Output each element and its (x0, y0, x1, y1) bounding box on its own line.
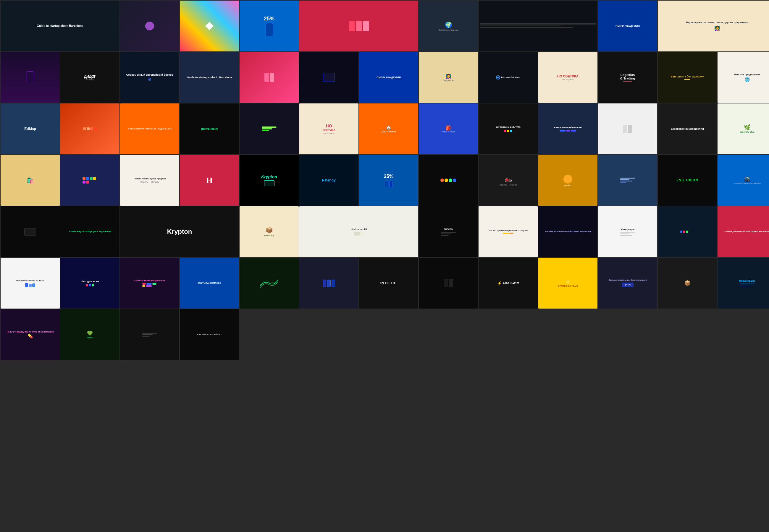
tile-pmef-2[interactable]: ПМЭФ АКАДЕМИЯ (359, 52, 418, 103)
tile-waves[interactable] (239, 258, 299, 309)
tile-histoscan[interactable]: Histoscan UI (299, 206, 418, 257)
tile-b2b[interactable]: B2B оплата без задержек (658, 52, 717, 103)
tile-world-map[interactable]: 🌍 Свяжите сотрудника (419, 1, 478, 51)
tile-dark-device[interactable] (1, 206, 60, 257)
tile-plastyr[interactable]: Получите скидку при покупке от 2 пластыр… (1, 309, 60, 360)
tile-charge[interactable]: A new way to charge your equipment (60, 206, 119, 257)
tile-organizer[interactable]: организуем всё, ТЖК (479, 103, 538, 154)
tile-app-beige[interactable] (419, 258, 478, 309)
tile-purple-app[interactable] (1, 52, 60, 103)
tile-greenify-bag[interactable]: 🛍️ (1, 155, 60, 206)
tile-hendy-label: hendy (325, 178, 335, 182)
tile-teacher[interactable]: 👩‍🏫 Видеоуроки (419, 52, 478, 103)
tile-neon-ui[interactable] (239, 103, 299, 154)
tile-dark-product[interactable]: 📦 (658, 258, 717, 309)
tile-invoicebox[interactable]: ИнвайсБокс (718, 258, 769, 309)
tile-subtext: Свяжите сотрудника (439, 29, 459, 31)
tile-red-grad[interactable] (60, 103, 119, 154)
tile-dark-app[interactable] (299, 258, 358, 309)
tile-analysis[interactable] (598, 155, 657, 206)
tile-dom-znany[interactable]: 🏠 Дом Знаний (359, 103, 418, 154)
tile-kp[interactable]: Ключевая проблема PR (538, 103, 598, 154)
tile-pmef[interactable]: ПМЭФ АКАДЕМИЯ (598, 1, 657, 51)
tile-hendy[interactable]: hendy (299, 155, 358, 206)
tile-organizer-label: организуем всё, ТЖК (496, 126, 520, 129)
tile-nutri[interactable]: 💚 NUTRI (60, 309, 119, 360)
tile-startup-clubs[interactable]: Guide to startup clubs Barcelona (1, 1, 119, 51)
tile-didog-label: ДИДОГ (84, 74, 96, 79)
tile-scrum-label: Мы работаем по SCRUM (16, 279, 45, 282)
tile-phones[interactable] (598, 103, 657, 154)
tile-greenify-plus[interactable]: 🌿 greenify plus (718, 103, 769, 154)
tile-red-app[interactable] (239, 52, 299, 103)
tile-svetika-lg[interactable]: НО СВЕТИКА мастерская (299, 103, 358, 154)
tile-logistics[interactable]: Logistics& Trading (598, 52, 657, 103)
tile-pomogi[interactable]: Помоги понять лучше продажи Пишите — обс… (120, 155, 179, 206)
tile-propose[interactable]: Что мы предлагаем 🌐 (718, 52, 769, 103)
tile-how-find[interactable]: Как можно их найти? (180, 309, 239, 360)
tile-25-phones[interactable]: 25% (359, 155, 418, 206)
tile-krypton-text-label: Krypton (167, 228, 192, 236)
tile-svetika[interactable]: НО СВЕТИКА мастерская (538, 52, 598, 103)
tile-logistics-label: Logistics& Trading (620, 73, 635, 80)
tile-svetika-label: НО СВЕТИКА (557, 74, 579, 78)
tile-arsenal[interactable]: Арсенал наших инструментов (120, 258, 179, 309)
tile-gold-product[interactable]: product (538, 155, 598, 206)
tile-greenify-box[interactable]: 📦 Greenify (239, 206, 299, 257)
tile-analytics-min[interactable] (120, 309, 179, 360)
tile-excellence[interactable]: Excellence in Engineering (658, 103, 717, 154)
tile-label: Guide to startup clubs Barcelona (37, 24, 83, 28)
tile-evil-union[interactable]: EVIL UNION (658, 155, 717, 206)
tile-25-label: 25% (384, 173, 394, 179)
tile-country-red[interactable]: Узнайте, на жителя какой страны вы похож… (718, 206, 769, 257)
tile-greenify-label: greenify plus (740, 131, 755, 134)
tile-25-percent[interactable]: 25% (239, 1, 299, 51)
tile-ska-label: СКА SWIM (503, 281, 519, 285)
tile-geometric[interactable] (180, 1, 239, 51)
gallery-grid: Guide to startup clubs Barcelona 25% (0, 0, 769, 361)
tile-stardogs[interactable]: 🌟 STARDOGS PLUS (538, 258, 598, 309)
tile-charge-label: A new way to charge your equipment (69, 230, 111, 233)
tile-abstract-1[interactable] (120, 1, 179, 51)
tile-decision[interactable]: Тех, кто принимает решение о покупке (479, 206, 538, 257)
tile-city-night[interactable]: 🌃 площадь Киевского вокзала (718, 155, 769, 206)
tile-evil-label: EVIL UNION (677, 178, 698, 182)
tile-wave-tools[interactable]: {WAVE tools} (180, 103, 239, 154)
tile-nahodim[interactable]: Находим всех (60, 258, 119, 309)
tile-country[interactable]: Узнайте, на жителя какой страны вы похож… (538, 206, 598, 257)
tile-krypton-main[interactable]: Krypton (239, 155, 299, 206)
tile-country-red-label: Узнайте, на жителя какой страны вы похож… (724, 231, 769, 233)
tile-dom-label: Дом Знаний (381, 130, 396, 133)
tile-integration[interactable]: Интеграция (598, 206, 657, 257)
tile-analytics[interactable] (299, 52, 358, 103)
tile-quests[interactable]: Квесты (419, 206, 478, 257)
tile-h-logo[interactable]: H (180, 155, 239, 206)
tile-cultura[interactable]: CULTURA COMPASS (180, 258, 239, 309)
tile-quests-label: Квесты (444, 228, 454, 231)
tile-excellence-label: Excellence in Engineering (671, 127, 704, 131)
tile-didog[interactable]: ДИДОГ вставной (60, 52, 119, 103)
tile-dark-misc[interactable] (658, 206, 717, 257)
tile-dark-ui[interactable] (479, 1, 598, 51)
bottom-space (0, 361, 769, 479)
tile-percent-label: 25% (264, 16, 274, 22)
tile-ska[interactable]: ⚡ СКА SWIM (479, 258, 538, 309)
tile-school[interactable]: 🎒 Учёба и хобби (419, 103, 478, 154)
tile-arsenal-label: Арсенал наших инструментов (134, 280, 165, 282)
tile-scrum[interactable]: Мы работаем по SCRUM (1, 258, 60, 309)
tile-poll[interactable]: Сколько времени вы бы сэкономили 144 ч (598, 258, 657, 309)
tile-motorcycle[interactable]: 🏍️ 800 000 750 000 (479, 155, 538, 206)
tile-krypton-text[interactable]: Krypton (120, 206, 239, 257)
tile-intg[interactable]: INTG 101 (359, 258, 418, 309)
tile-intertrade[interactable]: IntertradeSolutions (479, 52, 538, 103)
tile-dark-circles[interactable] (419, 155, 478, 206)
tile-videourok[interactable]: Видеоуроки по геометрии и другим предмет… (658, 1, 769, 51)
tile-nahodim-label: Находим всех (81, 280, 99, 283)
tile-cultura-label: CULTURA COMPASS (197, 282, 221, 285)
tile-broker[interactable]: Современный европейский брокер ⊕ (120, 52, 179, 103)
tile-app-icons[interactable] (60, 155, 119, 206)
tile-barcelona-guide[interactable]: Guide to startup clubs in Barcelona (180, 52, 239, 103)
tile-kalkulator[interactable]: КАЛЬКУЛЯТОР НЕРВОВ РОДИТЕЛЕЙ (120, 103, 179, 154)
tile-app-screenshots[interactable] (299, 1, 418, 51)
tile-edmap[interactable]: EdMap (1, 103, 60, 154)
